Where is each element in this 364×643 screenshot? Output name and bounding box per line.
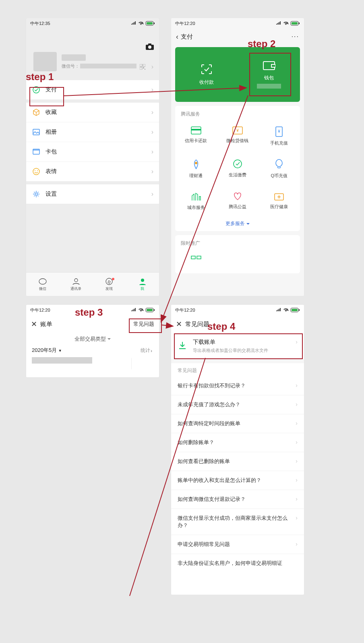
screen-pay: 中午12:20 ‹ 支付 ··· 收付款 钱包 腾讯服务 (171, 18, 304, 296)
faq-q2[interactable]: 未成年充值了游戏怎么办？› (171, 395, 304, 414)
svg-point-5 (148, 45, 151, 49)
svg-rect-13 (33, 150, 39, 154)
svc-label: 腾讯公益 (229, 204, 246, 210)
menu-cards[interactable]: 卡包 › (26, 142, 159, 161)
more-label: 更多服务 (225, 221, 245, 226)
chevron-right-icon: › (296, 515, 298, 521)
svc-label: 医疗健康 (270, 204, 288, 210)
receive-pay[interactable]: 收付款 (175, 47, 238, 102)
more-services[interactable]: 更多服务 (175, 218, 300, 229)
signal-icon (131, 21, 136, 26)
tab-label: 通讯录 (70, 286, 81, 292)
tab-bar: 微信 通讯录 发现 我 (26, 272, 159, 296)
svc-medical[interactable]: 医疗健康 (259, 186, 300, 218)
divider (131, 358, 132, 369)
avatar (33, 52, 57, 71)
svg-rect-2 (154, 23, 155, 24)
svc-licai[interactable]: 理财通 (175, 153, 217, 186)
faq-q3[interactable]: 如何查询特定时间段的账单› (171, 414, 304, 433)
download-title: 下载账单 (193, 339, 268, 346)
tab-contacts[interactable]: 通讯录 (60, 273, 93, 296)
page-title: 支付 (181, 33, 193, 41)
menu-pay[interactable]: 支付 › (26, 80, 159, 99)
profile-row[interactable]: 微信号： › (26, 49, 159, 77)
menu-album[interactable]: 相册 › (26, 122, 159, 142)
faq-button[interactable]: 常见问题 (133, 320, 154, 328)
chevron-right-icon: › (151, 109, 153, 116)
svc-recharge[interactable]: ¥手机充值 (259, 121, 300, 153)
svc-gongyi[interactable]: 腾讯公益 (217, 186, 258, 218)
chevron-right-icon: › (296, 541, 298, 547)
image-icon (32, 128, 41, 136)
faq-q6[interactable]: 账单中的收入和支出是怎么计算的？› (171, 471, 304, 490)
qr-icon[interactable] (140, 64, 145, 71)
faq-q10[interactable]: 非大陆身份证实名用户，如何申请交易明细证 (171, 554, 304, 573)
chevron-right-icon: › (151, 86, 153, 93)
more-button[interactable]: ··· (292, 33, 299, 40)
svg-rect-4 (148, 43, 151, 45)
faq-q9[interactable]: 申请交易明细常见问题› (171, 535, 304, 554)
chevron-right-icon: › (296, 477, 298, 483)
svg-rect-24 (292, 22, 298, 25)
svc-loan[interactable]: ¥微粒贷借钱 (217, 121, 258, 153)
faq-text: 微信支付显示支付成功，但商家显示未支付怎么办？ (178, 515, 287, 528)
svg-text:¥: ¥ (278, 129, 281, 134)
svc-label: 信用卡还款 (185, 138, 207, 144)
svc-credit[interactable]: 信用卡还款 (175, 121, 217, 153)
download-bill[interactable]: 下载账单 导出表格或者加盖公章的交易流水文件 › (171, 333, 304, 359)
status-right (276, 308, 300, 312)
menu-settings[interactable]: 设置 › (26, 184, 159, 204)
svc-qb[interactable]: Q币充值 (259, 153, 300, 186)
month-selector[interactable]: 2020年5月 ▼ (32, 347, 62, 354)
svg-rect-45 (299, 309, 300, 311)
svc-life[interactable]: 生活缴费 (217, 153, 258, 186)
svg-point-15 (33, 168, 39, 175)
svc-city[interactable]: 城市服务 (175, 186, 217, 218)
menu-stickers[interactable]: 表情 › (26, 161, 159, 181)
promo-item[interactable] (175, 250, 217, 273)
smile-icon (32, 167, 41, 176)
menu-favorites[interactable]: 收藏 › (26, 103, 159, 122)
menu-label: 卡包 (46, 148, 57, 155)
profile-name-redacted (62, 54, 86, 61)
filter-dropdown[interactable]: 全部交易类型 (26, 333, 159, 345)
svg-point-20 (74, 279, 78, 282)
tab-me[interactable]: 我 (126, 273, 159, 296)
pay-icon (32, 85, 41, 94)
screen-faq: 中午12:20 ✕ 常见问题 下载账单 导出表格或者加盖公章的交易流水文件 › … (171, 305, 304, 595)
tab-discover[interactable]: 发现 (93, 273, 126, 296)
wechat-id-label: 微信号： (62, 63, 79, 69)
status-time: 中午12:20 (175, 307, 195, 313)
page-title: 账单 (40, 320, 52, 328)
menu-label: 支付 (46, 86, 57, 93)
svg-rect-44 (292, 309, 298, 311)
back-button[interactable]: ‹ (176, 33, 178, 41)
faq-q4[interactable]: 如何删除账单？› (171, 433, 304, 452)
svg-point-34 (195, 162, 197, 164)
status-bar: 中午12:20 (171, 305, 304, 315)
battery-icon (145, 21, 155, 26)
wallet[interactable]: 钱包 (238, 47, 300, 102)
tab-wechat[interactable]: 微信 (26, 273, 60, 296)
page-title: 常见问题 (185, 320, 209, 328)
faq-text: 账单中的收入和支出是怎么计算的？ (178, 477, 261, 483)
close-button[interactable]: ✕ (176, 320, 182, 329)
close-button[interactable]: ✕ (31, 320, 37, 329)
download-sub: 导出表格或者加盖公章的交易流水文件 (193, 347, 268, 354)
faq-q1[interactable]: 银行卡有扣款但找不到记录？› (171, 376, 304, 395)
svg-point-11 (33, 87, 39, 93)
faq-q7[interactable]: 如何查询微信支付退款记录？› (171, 490, 304, 509)
faq-q5[interactable]: 如何查看已删除的账单› (171, 452, 304, 471)
faq-q8[interactable]: 微信支付显示支付成功，但商家显示未支付怎么办？› (171, 509, 304, 535)
stats-button[interactable]: 统计 (141, 347, 153, 354)
menu-label: 收藏 (46, 109, 57, 116)
svg-rect-25 (299, 23, 300, 24)
svg-point-19 (39, 279, 46, 284)
svg-rect-7 (143, 64, 145, 66)
summary-redacted (32, 357, 92, 364)
wallet-balance-redacted (257, 84, 281, 89)
svg-text:¥: ¥ (236, 128, 239, 133)
chevron-right-icon: › (296, 339, 298, 345)
svg-rect-6 (140, 64, 142, 66)
battery-icon (290, 308, 300, 312)
